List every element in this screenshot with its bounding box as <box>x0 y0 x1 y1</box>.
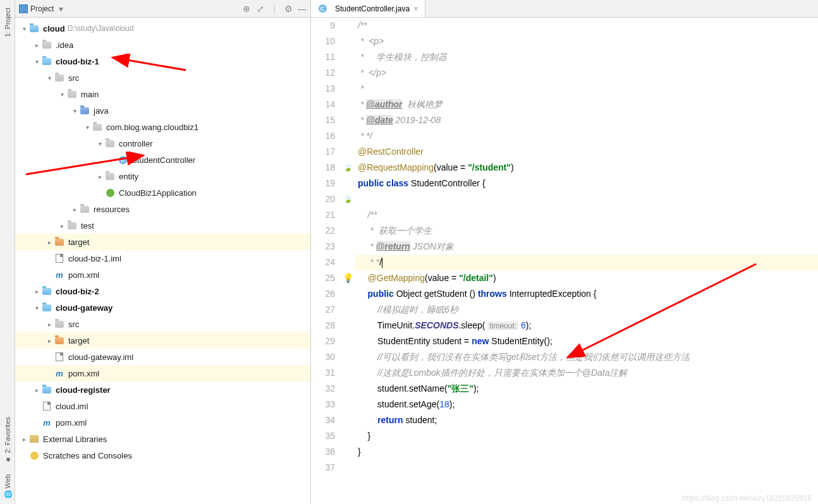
tree-entity[interactable]: entity <box>15 168 310 184</box>
rail-project[interactable]: 1: Project <box>3 3 13 42</box>
tree-biz1[interactable]: cloud-biz-1 <box>15 53 310 69</box>
chevron-down-icon[interactable]: ▾ <box>56 4 65 13</box>
sidebar-header: Project ▾ ⊕ ⤢ | ⚙ — <box>15 0 310 18</box>
editor-tabs: C StudentController.java × <box>311 0 818 18</box>
tree-gw-target[interactable]: target <box>15 332 310 349</box>
tab-studentcontroller[interactable]: C StudentController.java × <box>311 0 425 17</box>
code-editor[interactable]: 9101112131415161718192021222324252627282… <box>311 18 818 504</box>
editor-pane: C StudentController.java × 9101112131415… <box>311 0 818 504</box>
tree-root-pom[interactable]: mpom.xml <box>15 414 310 431</box>
tree-app[interactable]: CloudBiz1Application <box>15 184 310 201</box>
tab-label: StudentController.java <box>335 4 410 13</box>
tree-main[interactable]: main <box>15 86 310 102</box>
tree-gw-src[interactable]: src <box>15 316 310 332</box>
line-numbers: 9101112131415161718192021222324252627282… <box>311 18 340 504</box>
code-lines[interactable]: /** * <p> * 学生模块，控制器 * </p> * * @author … <box>355 18 818 504</box>
tree-pkg[interactable]: com.blog.wang.cloudbiz1 <box>15 119 310 135</box>
tree-java[interactable]: java <box>15 102 310 119</box>
minimize-icon[interactable]: — <box>298 4 307 13</box>
tree-resources[interactable]: resources <box>15 201 310 217</box>
target-icon[interactable]: ⊕ <box>242 4 251 13</box>
tree-test[interactable]: test <box>15 217 310 234</box>
tree-studentcontroller[interactable]: CStudentController <box>15 152 310 168</box>
tree-biz2[interactable]: cloud-biz-2 <box>15 283 310 299</box>
rail-favorites[interactable]: ★ 2: Favorites <box>2 412 13 469</box>
tree-register[interactable]: cloud-register <box>15 381 310 398</box>
gutter-icons: 🍃🍃💡 <box>340 18 355 504</box>
watermark: https://blog.csdn.net/wzy18210825916 <box>682 494 812 503</box>
tree-src[interactable]: src <box>15 69 310 86</box>
tree-gw-iml[interactable]: cloud-gateway.iml <box>15 349 310 365</box>
gear-icon[interactable]: ⚙ <box>284 4 293 13</box>
tree-biz1-iml[interactable]: cloud-biz-1.iml <box>15 250 310 267</box>
tree-cloud-iml[interactable]: cloud.iml <box>15 398 310 414</box>
tree-gateway[interactable]: cloud-gateway <box>15 299 310 316</box>
close-icon[interactable]: × <box>413 4 418 13</box>
tool-rail: 1: Project ★ 2: Favorites 🌐 Web <box>0 0 15 504</box>
tree-idea[interactable]: .idea <box>15 37 310 53</box>
project-tree: cloudD:\study\Java\cloud .idea cloud-biz… <box>15 18 310 504</box>
tree-scratches[interactable]: Scratches and Consoles <box>15 447 310 464</box>
project-icon <box>19 4 28 13</box>
tree-extlib[interactable]: External Libraries <box>15 431 310 447</box>
tree-pom1[interactable]: mpom.xml <box>15 267 310 283</box>
project-sidebar: Project ▾ ⊕ ⤢ | ⚙ — cloudD:\study\Java\c… <box>15 0 311 504</box>
project-label[interactable]: Project <box>30 4 54 13</box>
tree-controller[interactable]: controller <box>15 135 310 152</box>
tree-root[interactable]: cloudD:\study\Java\cloud <box>15 20 310 37</box>
expand-icon[interactable]: ⤢ <box>256 4 265 13</box>
tree-gw-pom[interactable]: mpom.xml <box>15 365 310 381</box>
rail-web[interactable]: 🌐 Web <box>2 469 13 504</box>
tree-target[interactable]: target <box>15 234 310 250</box>
